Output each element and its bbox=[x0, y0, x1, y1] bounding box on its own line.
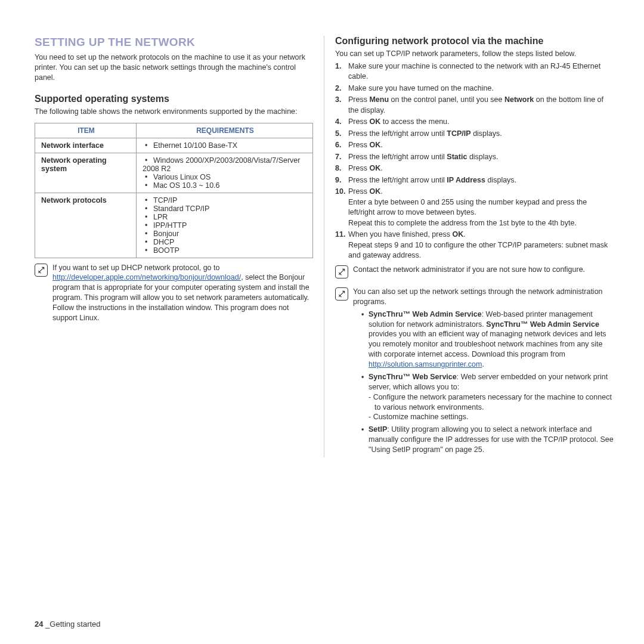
config-heading: Configuring network protocol via the mac… bbox=[335, 36, 614, 47]
step: Press OK to access the menu. bbox=[335, 117, 614, 128]
req-item: IPP/HTTP bbox=[143, 221, 308, 230]
note-icon bbox=[335, 287, 348, 301]
intro-text: You need to set up the network protocols… bbox=[35, 52, 313, 83]
programs-list: SyncThru™ Web Admin Service: Web-based p… bbox=[353, 309, 614, 455]
note-body: Contact the network administrator if you… bbox=[353, 265, 614, 275]
dash-item: Customize machine settings. bbox=[369, 412, 614, 422]
note-body: If you want to set up DHCP network proto… bbox=[52, 263, 313, 323]
req-item: Bonjour bbox=[143, 230, 308, 238]
section-title: SETTING UP THE NETWORK bbox=[35, 36, 313, 49]
th-requirements: REQUIREMENTS bbox=[137, 123, 313, 138]
req-item: BOOTP bbox=[143, 246, 308, 255]
step: Make sure you have turned on the machine… bbox=[335, 83, 614, 94]
note-programs: You can also set up the network settings… bbox=[335, 287, 614, 457]
supported-os-heading: Supported operating systems bbox=[35, 94, 313, 104]
note-icon bbox=[335, 265, 348, 278]
th-item: ITEM bbox=[35, 123, 137, 138]
supported-os-lead: The following table shows the network en… bbox=[35, 107, 313, 117]
page-number: 24 bbox=[35, 620, 43, 628]
page-footer: 24 _Getting started bbox=[35, 620, 101, 628]
list-item: SetIP: Utility program allowing you to s… bbox=[361, 425, 614, 455]
step-sub: Repeat steps 9 and 10 to configure the o… bbox=[348, 240, 614, 261]
note-icon bbox=[35, 264, 48, 277]
note-dhcp: If you want to set up DHCP network proto… bbox=[35, 263, 313, 323]
step: Press OK. bbox=[335, 163, 614, 174]
req-item: DHCP bbox=[143, 238, 308, 246]
list-item: SyncThru™ Web Admin Service: Web-based p… bbox=[361, 309, 614, 370]
step: Press OK. bbox=[335, 140, 614, 151]
requirements-table: ITEM REQUIREMENTS Network interface Ethe… bbox=[35, 123, 313, 258]
note-admin: Contact the network administrator if you… bbox=[335, 265, 614, 278]
note-lead: You can also set up the network settings… bbox=[353, 287, 603, 306]
cell-item: Network protocols bbox=[35, 193, 137, 258]
step-sub: Repeat this to complete the address from… bbox=[348, 218, 614, 229]
steps-list: Make sure your machine is connected to t… bbox=[335, 61, 614, 261]
left-column: SETTING UP THE NETWORK You need to set u… bbox=[35, 36, 324, 457]
req-item: LPR bbox=[143, 213, 308, 221]
note-body: You can also set up the network settings… bbox=[353, 287, 614, 457]
cell-item: Network interface bbox=[35, 138, 137, 153]
note-text: If you want to set up DHCP network proto… bbox=[52, 264, 219, 272]
req-item: Windows 2000/XP/2003/2008/Vista/7/Server… bbox=[143, 156, 308, 173]
dash-item: Configure the network parameters necessa… bbox=[369, 392, 614, 413]
step-sub: Enter a byte between 0 and 255 using the… bbox=[348, 197, 614, 218]
step: When you have finished, press OK. Repeat… bbox=[335, 230, 614, 261]
footer-sep: _ bbox=[43, 620, 49, 628]
bonjour-link[interactable]: http://developer.apple.com/networking/bo… bbox=[52, 273, 241, 281]
table-row: Network interface Ethernet 10/100 Base-T… bbox=[35, 138, 313, 153]
step: Press the left/right arrow until IP Addr… bbox=[335, 175, 614, 186]
config-lead: You can set up TCP/IP network parameters… bbox=[335, 49, 614, 59]
samsung-link[interactable]: http://solution.samsungprinter.com bbox=[369, 360, 482, 369]
step: Press the left/right arrow until Static … bbox=[335, 152, 614, 163]
step: Make sure your machine is connected to t… bbox=[335, 61, 614, 82]
step: Press Menu on the control panel, until y… bbox=[335, 95, 614, 116]
req-item: Ethernet 10/100 Base-TX bbox=[143, 141, 308, 150]
req-item: Mac OS 10.3 ~ 10.6 bbox=[143, 181, 308, 190]
step: Press OK. Enter a byte between 0 and 255… bbox=[335, 187, 614, 228]
step: Press the left/right arrow until TCP/IP … bbox=[335, 129, 614, 140]
req-item: Standard TCP/IP bbox=[143, 205, 308, 213]
cell-item: Network operating system bbox=[35, 153, 137, 193]
list-item: SyncThru™ Web Service: Web server embedd… bbox=[361, 372, 614, 422]
req-item: Various Linux OS bbox=[143, 173, 308, 181]
table-row: Network operating system Windows 2000/XP… bbox=[35, 153, 313, 193]
table-row: Network protocols TCP/IP Standard TCP/IP… bbox=[35, 193, 313, 258]
req-item: TCP/IP bbox=[143, 196, 308, 205]
right-column: Configuring network protocol via the mac… bbox=[324, 36, 614, 457]
cell-req: Ethernet 10/100 Base-TX bbox=[137, 138, 313, 153]
cell-req: TCP/IP Standard TCP/IP LPR IPP/HTTP Bonj… bbox=[137, 193, 313, 258]
footer-text: Getting started bbox=[49, 620, 100, 628]
cell-req: Windows 2000/XP/2003/2008/Vista/7/Server… bbox=[137, 153, 313, 193]
